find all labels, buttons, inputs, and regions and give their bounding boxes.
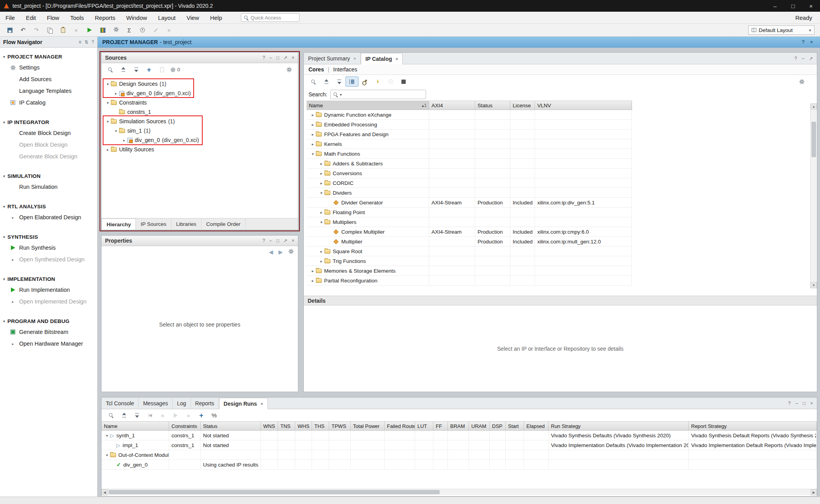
run-row-div-gen-0[interactable]: ✓div_gen_0Using cached IP results — [102, 460, 817, 470]
float-icon[interactable]: ↗ — [809, 56, 813, 61]
column-header-ff[interactable]: FF — [433, 422, 448, 430]
flow-item-run-simulation[interactable]: Run Simulation — [0, 181, 97, 193]
ip-row-multiplier[interactable]: MultiplierProductionIncludedxilinx.com:i… — [307, 237, 632, 247]
quick-access-search[interactable]: Quick Access — [241, 13, 299, 22]
flow-item-run-synthesis[interactable]: Run Synthesis — [0, 242, 97, 254]
menu-view[interactable]: View — [181, 14, 205, 21]
ip-row-multipliers[interactable]: ▾Multipliers — [307, 217, 632, 227]
ip-collapse-all-icon[interactable] — [320, 76, 333, 87]
horizontal-scrollbar[interactable]: ◀ ▶ — [102, 489, 817, 495]
column-header-total-power[interactable]: Total Power — [351, 422, 385, 430]
sources-scroll-to-icon[interactable] — [155, 65, 168, 75]
minimize-icon[interactable]: – — [269, 238, 272, 243]
flow-item-language-templates[interactable]: Language Templates — [0, 85, 97, 97]
sources-tab-ip-sources[interactable]: IP Sources — [136, 218, 171, 230]
flow-item-open-hardware-manager[interactable]: ▸Open Hardware Manager — [0, 338, 97, 350]
ip-row-conversions[interactable]: ▸Conversions — [307, 169, 632, 178]
runs-percent-icon[interactable]: % — [208, 410, 221, 421]
tree-item-sim-1[interactable]: ▾sim_1(1) — [102, 126, 298, 135]
ip-ip-status-icon[interactable] — [384, 76, 397, 87]
ip-row-complex-multiplier[interactable]: Complex MultiplierAXI4-StreamProductionI… — [307, 227, 632, 237]
column-header-bram[interactable]: BRAM — [448, 422, 469, 430]
menu-tools[interactable]: Tools — [65, 14, 89, 21]
column-header-tns[interactable]: TNS — [278, 422, 295, 430]
menu-edit[interactable]: Edit — [20, 14, 41, 21]
tab-project-summary[interactable]: Project Summary× — [304, 53, 361, 64]
expander-icon[interactable]: ▾ — [105, 82, 111, 86]
run-tcl-icon[interactable]: Σ — [123, 25, 136, 35]
ip-expand-all-icon[interactable] — [333, 76, 346, 87]
tab-ip-catalog[interactable]: IP Catalog× — [361, 53, 403, 64]
column-header-uram[interactable]: URAM — [469, 422, 490, 430]
minimize-icon[interactable]: – — [802, 56, 804, 61]
flow-section-ip-integrator[interactable]: ▾IP INTEGRATOR — [0, 117, 97, 127]
ip-row-fpga-features-and-design[interactable]: ▸FPGA Features and Design — [307, 130, 632, 139]
ip-customize-ip-icon[interactable] — [358, 76, 371, 87]
column-header-name[interactable]: Name▴1 — [307, 101, 429, 110]
menu-reports[interactable]: Reports — [89, 14, 121, 21]
column-header-report-strategy[interactable]: Report Strategy — [689, 422, 816, 430]
sources-add-sources-icon[interactable]: + — [143, 65, 155, 75]
scroll-down-icon[interactable]: ▼ — [811, 282, 817, 288]
back-icon[interactable]: ◀ — [269, 249, 273, 255]
ip-row-kernels[interactable]: ▸Kernels — [307, 139, 632, 149]
column-header-start[interactable]: Start — [506, 422, 524, 430]
runs-search-icon[interactable] — [105, 410, 118, 421]
flow-item-generate-bitstream[interactable]: Generate Bitstream — [0, 326, 97, 338]
ip-row-divider-generator[interactable]: Divider GeneratorAXI4-StreamProductionIn… — [307, 198, 632, 208]
run-row-synth-1[interactable]: ▾▷synth_1constrs_1Not startedVivado Synt… — [102, 431, 817, 440]
column-header-run-strategy[interactable]: Run Strategy — [549, 422, 689, 430]
expander-icon[interactable]: ▸ — [318, 161, 324, 166]
column-header-vlnv[interactable]: VLNV — [535, 101, 632, 110]
flow-section-program-and-debug[interactable]: ▾PROGRAM AND DEBUG — [0, 316, 97, 326]
maximize-icon[interactable]: □ — [784, 0, 802, 12]
scroll-right-icon[interactable]: ▶ — [811, 489, 817, 495]
close-icon[interactable]: × — [292, 55, 294, 60]
runs-forward-icon[interactable]: » — [182, 410, 195, 421]
run-icon[interactable] — [83, 25, 96, 35]
expander-icon[interactable]: ▾ — [104, 453, 110, 457]
timing-icon[interactable] — [136, 25, 149, 35]
close-icon[interactable]: × — [396, 57, 398, 61]
dashboard-icon[interactable] — [96, 25, 109, 35]
tree-item-constrs-1[interactable]: constrs_1 — [102, 107, 298, 117]
gear-icon[interactable] — [288, 248, 294, 256]
paste-icon[interactable] — [56, 25, 70, 35]
scroll-left-icon[interactable]: ◀ — [102, 489, 108, 495]
close-icon[interactable]: × — [802, 0, 820, 12]
ip-row-dividers[interactable]: ▾Dividers — [307, 188, 632, 198]
save-icon[interactable] — [3, 25, 16, 35]
settings-icon[interactable] — [109, 25, 123, 35]
minimize-icon[interactable]: – — [766, 0, 784, 12]
close-icon[interactable]: × — [260, 401, 263, 406]
expander-icon[interactable]: ▸ — [318, 210, 324, 215]
column-header-wns[interactable]: WNS — [261, 422, 278, 430]
help-icon[interactable]: ? — [788, 401, 791, 406]
flow-item-run-implementation[interactable]: Run Implementation — [0, 284, 97, 296]
column-header-tpws[interactable]: TPWS — [329, 422, 351, 430]
menu-layout[interactable]: Layout — [153, 14, 181, 21]
flow-section-project-manager[interactable]: ▾PROJECT MANAGER — [0, 51, 97, 62]
sources-tab-libraries[interactable]: Libraries — [171, 218, 201, 230]
runs-create-run-icon[interactable]: + — [195, 410, 208, 421]
expander-icon[interactable]: ▸ — [310, 113, 316, 117]
flow-item-open-elaborated-design[interactable]: ▸Open Elaborated Design — [0, 211, 97, 223]
sources-expand-all-icon[interactable] — [130, 65, 143, 75]
ip-row-memories-storage-elements[interactable]: ▸Memories & Storage Elements — [307, 266, 632, 276]
expander-icon[interactable]: ▸ — [318, 171, 324, 176]
flow-item-open-synthesized-design[interactable]: ▸Open Synthesized Design — [0, 254, 97, 265]
subtab-cores[interactable]: Cores — [308, 66, 324, 73]
expander-icon[interactable]: ▾ — [318, 220, 324, 224]
column-header-dsp[interactable]: DSP — [490, 422, 506, 430]
menu-flow[interactable]: Flow — [41, 14, 65, 21]
tab-design-runs[interactable]: Design Runs× — [219, 398, 268, 409]
minimize-icon[interactable]: – — [269, 55, 272, 60]
column-header-status[interactable]: Status — [201, 422, 261, 430]
ip-generate-ip-icon[interactable] — [371, 76, 384, 87]
expander-icon[interactable]: ▸ — [105, 147, 111, 152]
close-icon[interactable]: × — [353, 56, 356, 61]
ip-row-trig-functions[interactable]: ▸Trig Functions — [307, 256, 632, 266]
column-header-status[interactable]: Status — [475, 101, 510, 110]
scrollbar-thumb[interactable] — [811, 122, 816, 157]
expander-icon[interactable]: ▾ — [310, 152, 316, 156]
